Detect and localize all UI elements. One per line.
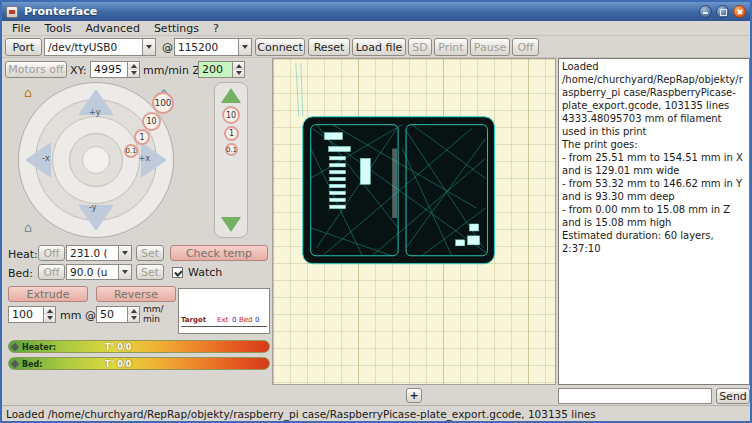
log-line: 4333.48095703 mm of filament used in thi… (562, 112, 746, 138)
off-button[interactable]: Off (512, 38, 539, 56)
menu-item-advanced[interactable]: Advanced (79, 22, 147, 35)
heat-set-button[interactable]: Set (136, 245, 164, 261)
app-icon (6, 6, 18, 18)
xy-feed-label: XY: (70, 64, 87, 77)
titlebar[interactable]: Pronterface (2, 2, 750, 21)
extrude-unit-bottom: min (143, 314, 160, 324)
menu-item-file[interactable]: File (5, 22, 37, 35)
bed-gauge-value: T° 0/0 (105, 360, 131, 369)
bed-off-button[interactable]: Off (38, 264, 65, 280)
command-input[interactable] (558, 388, 712, 404)
connect-button[interactable]: Connect (255, 38, 305, 56)
chevron-down-icon[interactable] (118, 246, 131, 260)
spin-up-button[interactable] (233, 62, 244, 70)
port-value: /dev/ttyUSB0 (45, 39, 142, 55)
close-button[interactable] (733, 5, 746, 18)
port-button[interactable]: Port (5, 38, 42, 56)
z-feedrate-spinner[interactable]: 200 (198, 61, 245, 78)
gcode-viewer[interactable] (272, 58, 556, 385)
check-temp-button[interactable]: Check temp (170, 245, 268, 261)
log-line: - from 0.00 mm to 15.08 mm in Z and is 1… (562, 203, 746, 229)
sd-button[interactable]: SD (408, 38, 432, 56)
window-title: Pronterface (24, 5, 695, 18)
bed-set-button[interactable]: Set (136, 264, 164, 280)
print-button[interactable]: Print (434, 38, 468, 56)
pause-button[interactable]: Pause (470, 38, 510, 56)
z-distance-1[interactable]: 1 (224, 126, 239, 141)
home-all-icon[interactable] (24, 221, 32, 234)
chevron-down-icon[interactable] (142, 39, 155, 55)
bed-gauge-label: Bed: (22, 360, 42, 369)
watch-label: Watch (188, 266, 222, 279)
spin-up-button[interactable] (128, 62, 139, 70)
baud-combobox[interactable]: 115200 (174, 38, 252, 56)
extrude-speed-value: 50 (97, 307, 127, 322)
baud-value: 115200 (175, 39, 238, 55)
extrude-unit-top: mm/ (143, 304, 164, 314)
spin-down-button[interactable] (128, 70, 139, 78)
reverse-button[interactable]: Reverse (96, 286, 176, 302)
chevron-down-icon[interactable] (238, 39, 251, 55)
spin-up-button[interactable] (128, 307, 139, 315)
log-line: The print goes: (562, 138, 746, 151)
watch-checkbox[interactable] (172, 267, 183, 278)
jog-distance-10[interactable]: 10 (142, 112, 161, 131)
spin-up-button[interactable] (44, 307, 55, 315)
maximize-button[interactable] (716, 5, 729, 18)
control-panel: Motors off XY: 4995 mm/min Z: 200 (2, 58, 272, 405)
graph-target-label: Target (181, 316, 206, 324)
z-minus-button[interactable] (221, 217, 241, 232)
send-button[interactable]: Send (716, 388, 750, 404)
heat-temp-combobox[interactable]: 231.0 ( (66, 245, 132, 261)
extrude-speed-spinner[interactable]: 50 (96, 306, 140, 323)
extrude-button[interactable]: Extrude (8, 286, 88, 302)
extrude-length-spinner[interactable]: 100 (8, 306, 56, 323)
reset-button[interactable]: Reset (308, 38, 350, 56)
minimize-button[interactable] (699, 5, 712, 18)
statusbar: Loaded /home/churchyard/RepRap/objekty/r… (2, 405, 750, 421)
bed-temp-combobox[interactable]: 90.0 (u (66, 264, 132, 280)
graph-axis (181, 326, 267, 327)
statusbar-text: Loaded /home/churchyard/RepRap/objekty/r… (6, 408, 596, 420)
z-plus-button[interactable] (221, 88, 241, 103)
xy-jog-pad: +y -y -x +x 100 10 1 0.1 (18, 82, 174, 238)
jog-x-minus-label: -x (42, 154, 50, 163)
port-combobox[interactable]: /dev/ttyUSB0 (44, 38, 156, 56)
pronterface-window: Pronterface File Tools Advanced Settings… (0, 0, 752, 423)
watch-row[interactable]: Watch (172, 266, 222, 279)
heat-off-button[interactable]: Off (38, 245, 65, 261)
z-distance-10[interactable]: 10 (222, 106, 240, 124)
xy-feedrate-value: 4995 (91, 62, 127, 77)
chevron-down-icon[interactable] (118, 265, 131, 279)
graph-ext-label: Ext (217, 316, 228, 324)
z-feedrate-value: 200 (199, 62, 232, 77)
home-x-icon[interactable] (24, 86, 32, 99)
log-line: Loaded /home/churchyard/RepRap/objekty/r… (562, 60, 746, 112)
spin-down-button[interactable] (128, 315, 139, 323)
heater-gauge-value: T° 0/0 (105, 343, 131, 352)
z-jog-strip: 10 1 0.1 (214, 82, 248, 238)
jog-y-minus-label: -y (89, 203, 96, 212)
jog-x-plus-label: +x (139, 154, 150, 163)
menu-item-help[interactable]: ? (206, 22, 226, 35)
zoom-in-button[interactable]: + (406, 388, 422, 403)
spin-down-button[interactable] (44, 315, 55, 323)
toolbar: Port /dev/ttyUSB0 @ 115200 Connect Reset… (2, 36, 750, 58)
heat-temp-value: 231.0 ( (67, 246, 118, 260)
graph-bed-value: 0 (255, 316, 259, 324)
menu-item-tools[interactable]: Tools (37, 22, 78, 35)
log-output[interactable]: Loaded /home/churchyard/RepRap/objekty/r… (558, 58, 750, 385)
log-line: - from 53.32 mm to 146.62 mm in Y and is… (562, 177, 746, 203)
motors-off-button[interactable]: Motors off (5, 61, 67, 78)
spin-down-button[interactable] (233, 70, 244, 78)
menu-item-settings[interactable]: Settings (147, 22, 206, 35)
z-distance-0-1[interactable]: 0.1 (225, 143, 238, 156)
log-line: Estimated duration: 60 layers, 2:37:10 (562, 229, 746, 255)
jog-distance-100[interactable]: 100 (152, 92, 174, 114)
xy-feedrate-spinner[interactable]: 4995 (90, 61, 140, 78)
graph-bed-label: Bed (239, 316, 253, 324)
jog-distance-0-1[interactable]: 0.1 (124, 144, 138, 158)
jog-distance-1[interactable]: 1 (134, 129, 150, 145)
load-file-button[interactable]: Load file (352, 38, 406, 56)
z-feed-label: mm/min Z: (143, 64, 204, 77)
